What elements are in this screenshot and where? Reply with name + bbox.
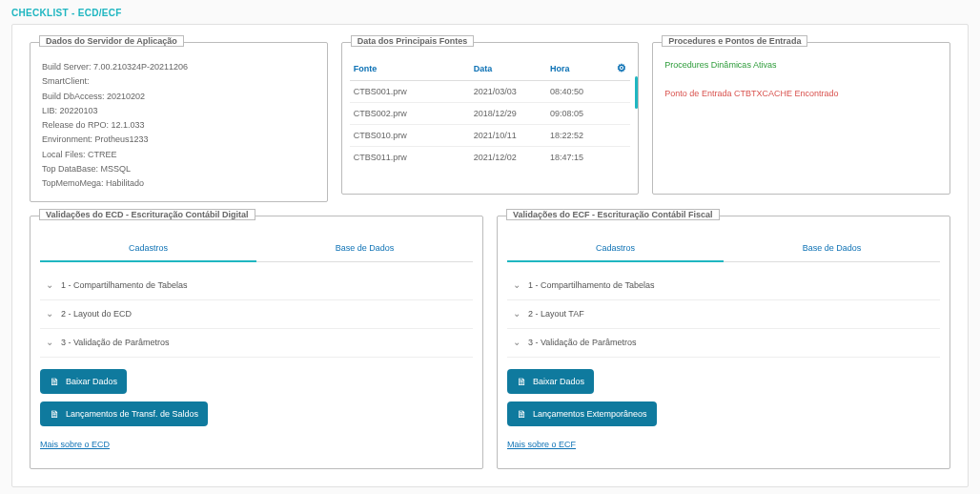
server-dbaccess: Build DbAccess: 20210202 [42, 90, 316, 104]
server-panel-body: Build Server: 7.00.210324P-20211206 Smar… [30, 42, 328, 202]
chevron-down-icon: ⌄ [46, 337, 53, 347]
table-row: CTBS001.prw 2021/03/03 08:40:50 [350, 81, 631, 103]
fontes-col-hora[interactable]: Hora [550, 64, 610, 73]
ecd-item-1-label: 1 - Compartilhamento de Tabelas [61, 280, 187, 290]
main-container: Dados do Servidor de Aplicação Build Ser… [11, 24, 969, 487]
chevron-down-icon: ⌄ [513, 337, 521, 347]
gear-icon[interactable]: ⚙ [610, 62, 626, 74]
cell-hora: 18:22:52 [550, 131, 610, 140]
document-icon: 🗎 [50, 408, 60, 420]
ecf-panel-heading: Validações do ECF - Escrituração Contábi… [506, 209, 720, 220]
cell-fonte: CTBS010.prw [354, 131, 474, 140]
ecf-accordion: ⌄ 1 - Compartilhamento de Tabelas ⌄ 2 - … [507, 272, 940, 358]
ecf-item-3-label: 3 - Validação de Parâmetros [528, 338, 636, 347]
fontes-panel-body: Fonte Data Hora ⚙ CTBS001.prw 2021/03/03… [341, 42, 640, 195]
tab-cadastros-ecf[interactable]: Cadastros [507, 236, 724, 262]
cell-hora: 18:47:15 [550, 153, 610, 162]
more-ecf-link[interactable]: Mais sobre o ECF [507, 440, 576, 449]
fontes-col-data[interactable]: Data [474, 64, 550, 73]
more-ecd-link[interactable]: Mais sobre o ECD [40, 440, 110, 449]
tab-cadastros-ecd[interactable]: Cadastros [40, 236, 256, 262]
server-localfiles: Local Files: CTREE [42, 148, 316, 162]
fontes-panel-heading: Data dos Principais Fontes [351, 35, 475, 47]
download-data-button-ecd[interactable]: 🗎 Baixar Dados [40, 369, 127, 394]
tab-base-dados-ecf[interactable]: Base de Dados [724, 236, 940, 262]
document-icon: 🗎 [517, 408, 527, 420]
server-memo: TopMemoMega: Habilitado [42, 176, 316, 191]
server-lib: LIB: 20220103 [42, 104, 316, 118]
server-panel: Dados do Servidor de Aplicação Build Ser… [30, 42, 328, 202]
ecf-tabs: Cadastros Base de Dados [507, 236, 940, 262]
cell-data: 2021/12/02 [474, 153, 550, 162]
server-build: Build Server: 7.00.210324P-20211206 [42, 60, 316, 74]
cell-fonte: CTBS011.prw [354, 153, 474, 162]
fontes-scrollbar[interactable] [635, 76, 638, 109]
download-data-button-ecf[interactable]: 🗎 Baixar Dados [507, 369, 594, 394]
procedures-ok-message: Procedures Dinâmicas Ativas [664, 60, 938, 70]
download-icon: 🗎 [50, 376, 60, 387]
transf-saldos-label: Lançamentos de Transf. de Saldos [66, 409, 198, 419]
bottom-row: Validações do ECD - Escrituração Contábi… [30, 216, 950, 469]
tab-base-dados-ecd[interactable]: Base de Dados [256, 236, 473, 262]
top-row: Dados do Servidor de Aplicação Build Ser… [30, 42, 950, 202]
server-panel-heading: Dados do Servidor de Aplicação [39, 35, 184, 47]
fontes-col-fonte[interactable]: Fonte [354, 64, 474, 73]
fontes-table-header: Fonte Data Hora ⚙ [350, 56, 631, 81]
ecd-tabs: Cadastros Base de Dados [40, 236, 473, 262]
cell-data: 2021/03/03 [474, 87, 550, 96]
ecd-panel: Validações do ECD - Escrituração Contábi… [30, 216, 483, 469]
ecf-item-2-label: 2 - Layout TAF [528, 309, 584, 319]
download-data-label: Baixar Dados [533, 377, 584, 386]
cell-hora: 09:08:05 [550, 109, 610, 118]
procedures-panel-heading: Procedures e Pontos de Entrada [662, 35, 807, 47]
ecd-panel-heading: Validações do ECD - Escrituração Contábi… [39, 209, 255, 220]
procedures-panel-body: Procedures Dinâmicas Ativas Ponto de Ent… [652, 42, 950, 195]
page-title: CHECKLIST - ECD/ECF [11, 8, 969, 18]
ecf-buttons: 🗎 Baixar Dados 🗎 Lançamentos Extemporâne… [507, 369, 940, 434]
cell-fonte: CTBS001.prw [354, 87, 474, 96]
server-rpo: Release do RPO: 12.1.033 [42, 118, 316, 133]
ecf-accordion-item-2[interactable]: ⌄ 2 - Layout TAF [507, 300, 940, 329]
ecd-item-2-label: 2 - Layout do ECD [61, 309, 132, 319]
ecd-buttons: 🗎 Baixar Dados 🗎 Lançamentos de Transf. … [40, 369, 473, 434]
cell-data: 2018/12/29 [474, 109, 550, 118]
cell-fonte: CTBS002.prw [354, 109, 474, 118]
chevron-down-icon: ⌄ [46, 279, 53, 290]
lancamentos-extemp-label: Lançamentos Extemporâneos [533, 409, 647, 419]
download-icon: 🗎 [517, 376, 527, 387]
ecf-item-1-label: 1 - Compartilhamento de Tabelas [528, 280, 654, 290]
chevron-down-icon: ⌄ [46, 308, 53, 319]
procedures-panel: Procedures e Pontos de Entrada Procedure… [652, 42, 950, 202]
chevron-down-icon: ⌄ [513, 308, 521, 319]
ecd-accordion-item-1[interactable]: ⌄ 1 - Compartilhamento de Tabelas [40, 272, 473, 300]
fontes-panel: Data dos Principais Fontes Fonte Data Ho… [341, 42, 640, 202]
ecd-accordion: ⌄ 1 - Compartilhamento de Tabelas ⌄ 2 - … [40, 272, 473, 358]
ecf-panel: Validações do ECF - Escrituração Contábi… [497, 216, 950, 469]
ecd-panel-body: Cadastros Base de Dados ⌄ 1 - Compartilh… [30, 216, 483, 469]
table-row: CTBS011.prw 2021/12/02 18:47:15 [350, 147, 631, 168]
ecf-accordion-item-3[interactable]: ⌄ 3 - Validação de Parâmetros [507, 329, 940, 358]
server-info-list: Build Server: 7.00.210324P-20211206 Smar… [42, 60, 316, 192]
ecd-accordion-item-2[interactable]: ⌄ 2 - Layout do ECD [40, 300, 473, 329]
table-row: CTBS010.prw 2021/10/11 18:22:52 [350, 125, 631, 147]
cell-hora: 08:40:50 [550, 87, 610, 96]
ecd-accordion-item-3[interactable]: ⌄ 3 - Validação de Parâmetros [40, 329, 473, 358]
download-data-label: Baixar Dados [66, 377, 117, 386]
transf-saldos-button[interactable]: 🗎 Lançamentos de Transf. de Saldos [40, 401, 208, 426]
server-topdb: Top DataBase: MSSQL [42, 162, 316, 176]
server-smartclient: SmartClient: [42, 74, 316, 89]
cell-data: 2021/10/11 [474, 131, 550, 140]
ecf-accordion-item-1[interactable]: ⌄ 1 - Compartilhamento de Tabelas [507, 272, 940, 300]
chevron-down-icon: ⌄ [513, 279, 521, 290]
table-row: CTBS002.prw 2018/12/29 09:08:05 [350, 103, 631, 125]
procedures-error-message: Ponto de Entrada CTBTXCACHE Encontrado [664, 89, 938, 98]
lancamentos-extemp-button[interactable]: 🗎 Lançamentos Extemporâneos [507, 401, 657, 426]
ecd-item-3-label: 3 - Validação de Parâmetros [61, 338, 169, 347]
ecf-panel-body: Cadastros Base de Dados ⌄ 1 - Compartilh… [497, 216, 950, 469]
server-env: Environment: Protheus1233 [42, 133, 316, 147]
fontes-table: Fonte Data Hora ⚙ CTBS001.prw 2021/03/03… [350, 56, 631, 168]
